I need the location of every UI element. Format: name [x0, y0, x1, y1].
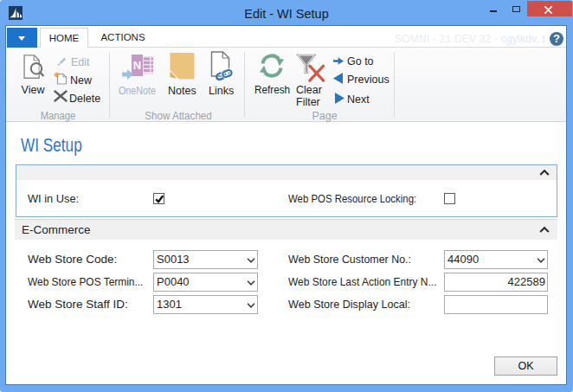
svg-text:N: N [133, 59, 141, 72]
